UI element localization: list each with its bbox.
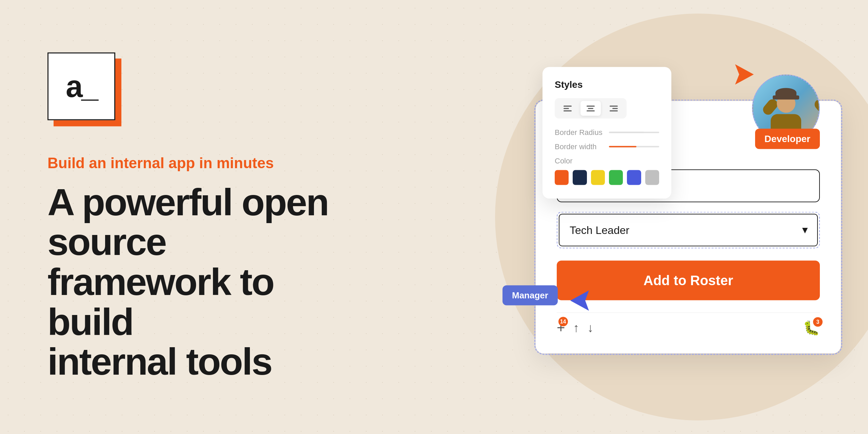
add-to-roster-button[interactable]: Add to Roster [557,261,820,300]
swatch-green[interactable] [609,170,623,185]
add-badge-count: 14 [558,317,568,327]
headline-line1: A powerful open source [47,182,336,262]
cursor-left-arrow [570,291,589,312]
svg-marker-0 [735,64,754,85]
svg-marker-1 [570,291,589,311]
swatch-dark-blue[interactable] [573,170,587,185]
align-left-button[interactable] [557,101,578,116]
toolbar-right-actions: 🐛 3 [803,320,820,336]
border-radius-row: Border Radius [555,128,659,137]
arm-left [761,97,780,117]
left-section: a_ Build an internal app in minutes A po… [47,53,336,382]
cursor-right-arrow [735,64,754,86]
styles-panel: Styles [542,67,671,199]
logo-container: a_ [47,53,122,127]
arm-right [813,97,820,117]
styles-panel-title: Styles [555,79,659,90]
avatar-area: Developer [752,75,820,142]
headline-line3: internal tools [47,342,336,382]
move-up-icon[interactable]: ↑ [573,321,579,335]
toolbar-left-actions: + 14 ↑ ↓ [557,320,594,336]
logo-text: a_ [66,71,97,102]
logo-box: a_ [47,53,115,120]
developer-badge: Developer [755,129,820,149]
color-section-label: Color [555,157,659,165]
swatch-blue[interactable] [627,170,641,185]
move-down-icon[interactable]: ↓ [588,321,594,335]
align-right-button[interactable] [604,101,624,116]
headline: A powerful open source framework to buil… [47,182,336,381]
border-width-label: Border width [555,142,609,151]
person-hat [775,88,796,98]
right-section: Styles [536,81,841,354]
border-radius-label: Border Radius [555,128,609,137]
role-select-wrapper: Tech Leader Developer Designer Manager ▼ [557,212,820,249]
person-head [777,94,795,113]
bottom-toolbar: + 14 ↑ ↓ 🐛 3 [557,313,820,336]
tagline: Build an internal app in minutes [47,154,336,172]
align-center-button[interactable] [580,101,601,116]
bug-badge-count: 3 [813,317,823,327]
role-select[interactable]: Tech Leader Developer Designer Manager [559,214,818,246]
manager-badge: Manager [502,285,558,305]
headline-line2: framework to build [47,262,336,342]
border-width-row: Border width [555,142,659,151]
swatch-gray[interactable] [645,170,659,185]
color-swatches [555,170,659,185]
swatch-yellow[interactable] [591,170,605,185]
add-component-icon[interactable]: + 14 [557,320,565,336]
swatch-orange[interactable] [555,170,569,185]
align-buttons-group [555,98,627,119]
